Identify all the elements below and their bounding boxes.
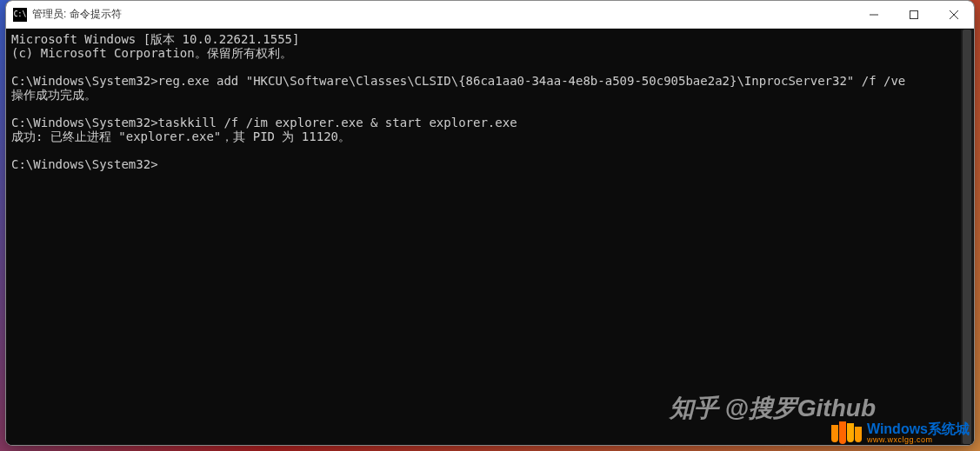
minimize-button[interactable] <box>854 1 894 28</box>
window-controls <box>854 1 974 28</box>
cmd-window: C:\ 管理员: 命令提示符 Microsoft Windows [版本 10.… <box>5 0 975 446</box>
svg-rect-1 <box>910 10 918 18</box>
close-button[interactable] <box>934 1 974 28</box>
maximize-button[interactable] <box>894 1 934 28</box>
window-title: 管理员: 命令提示符 <box>32 7 854 22</box>
scrollbar-thumb[interactable] <box>963 30 971 444</box>
titlebar[interactable]: C:\ 管理员: 命令提示符 <box>6 1 974 29</box>
scrollbar[interactable] <box>961 30 973 444</box>
terminal-output[interactable]: Microsoft Windows [版本 10.0.22621.1555] (… <box>6 29 974 445</box>
cmd-icon: C:\ <box>13 8 27 22</box>
